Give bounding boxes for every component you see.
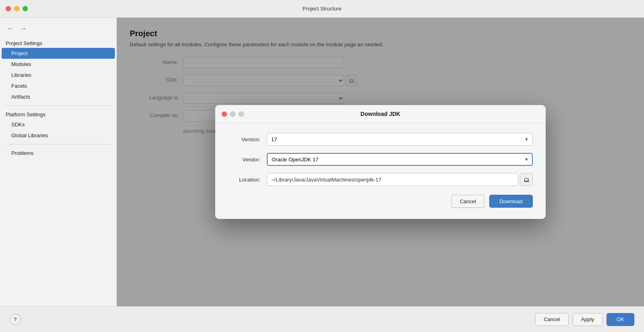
close-button[interactable] <box>6 6 11 11</box>
sidebar-item-facets[interactable]: Facets <box>0 80 116 91</box>
window-title: Project Structure <box>303 6 342 12</box>
sidebar-item-global-libraries[interactable]: Global Libraries <box>0 130 116 141</box>
version-select-wrapper: 17 11 8 21 ▼ <box>267 133 533 146</box>
modal-title-bar: Download JDK <box>215 105 546 123</box>
maximize-button[interactable] <box>23 6 28 11</box>
sidebar-item-modules[interactable]: Modules <box>0 59 116 70</box>
nav-arrows: ← → <box>0 21 116 38</box>
title-bar: Project Structure <box>0 0 644 18</box>
vendor-row: Vendor: Oracle OpenJDK 17 Amazon Corrett… <box>228 153 533 166</box>
location-label: Location: <box>228 177 260 183</box>
apply-button[interactable]: Apply <box>573 313 603 326</box>
content-area: ← → Project Settings Project Modules Lib… <box>0 18 644 306</box>
vendor-select[interactable]: Oracle OpenJDK 17 Amazon Corretto 17 Ecl… <box>267 153 533 166</box>
vendor-select-wrapper: Oracle OpenJDK 17 Amazon Corretto 17 Ecl… <box>267 153 533 166</box>
version-select[interactable]: 17 11 8 21 <box>267 133 533 146</box>
window-traffic-lights <box>6 6 28 11</box>
location-input[interactable] <box>267 173 518 186</box>
sidebar-item-project[interactable]: Project <box>2 48 115 59</box>
minimize-button[interactable] <box>14 6 19 11</box>
sidebar-divider-2 <box>6 144 111 144</box>
modal-footer: Cancel Download <box>228 193 533 208</box>
download-jdk-dialog: Download JDK Version: 17 11 8 <box>215 105 546 219</box>
sidebar-item-sdks[interactable]: SDKs <box>0 119 116 130</box>
modal-overlay: Download JDK Version: 17 11 8 <box>117 18 644 306</box>
modal-traffic-lights <box>222 111 244 117</box>
back-button[interactable]: ← <box>6 24 15 33</box>
location-wrapper: 🗂 <box>267 173 533 186</box>
modal-download-button[interactable]: Download <box>489 195 533 208</box>
sidebar-item-libraries[interactable]: Libraries <box>0 70 116 80</box>
version-row: Version: 17 11 8 21 ▼ <box>228 133 533 146</box>
sidebar-divider <box>6 105 111 106</box>
bottom-bar-left: ? <box>10 314 21 325</box>
location-row: Location: 🗂 <box>228 173 533 186</box>
cancel-button[interactable]: Cancel <box>535 313 568 326</box>
main-panel: Project Default settings for all modules… <box>117 18 644 306</box>
version-label: Version: <box>228 136 260 142</box>
sidebar: ← → Project Settings Project Modules Lib… <box>0 18 117 306</box>
help-button[interactable]: ? <box>10 314 21 325</box>
modal-maximize-button[interactable] <box>239 111 244 117</box>
platform-settings-section: Platform Settings <box>0 109 116 119</box>
bottom-bar: ? Cancel Apply OK <box>0 306 644 332</box>
sidebar-item-artifacts[interactable]: Artifacts <box>0 91 116 102</box>
modal-close-button[interactable] <box>222 111 227 117</box>
modal-cancel-button[interactable]: Cancel <box>451 195 484 208</box>
location-folder-button[interactable]: 🗂 <box>520 173 533 186</box>
sidebar-item-problems[interactable]: Problems <box>0 148 116 159</box>
modal-body: Version: 17 11 8 21 ▼ <box>215 123 546 219</box>
modal-minimize-button[interactable] <box>230 111 235 117</box>
main-container: ← → Project Settings Project Modules Lib… <box>0 18 644 332</box>
modal-title: Download JDK <box>361 111 401 117</box>
project-settings-section: Project Settings <box>0 38 116 48</box>
ok-button[interactable]: OK <box>607 313 634 326</box>
vendor-label: Vendor: <box>228 157 260 163</box>
forward-button[interactable]: → <box>19 24 28 33</box>
